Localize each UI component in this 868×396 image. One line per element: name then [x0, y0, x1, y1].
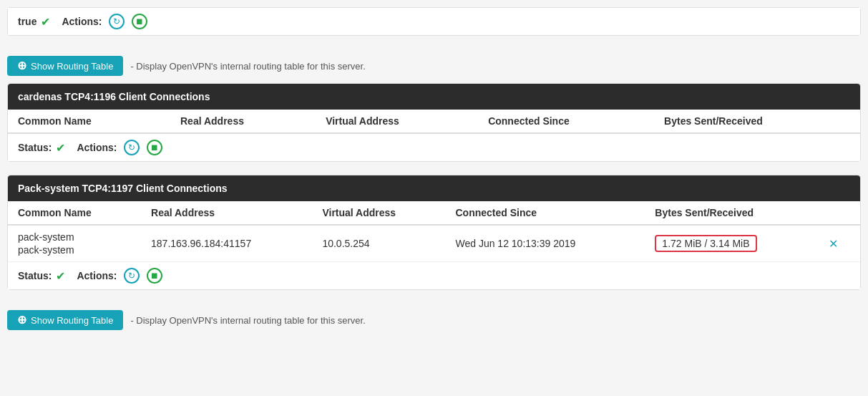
cardenas-table: Common Name Real Address Virtual Address… [8, 110, 860, 134]
pack-system-stop-button[interactable]: ⏹ [147, 268, 162, 284]
top-show-routing-button[interactable]: ⊕ Show Routing Table [7, 56, 123, 76]
top-actions-label: Actions: [62, 16, 102, 27]
top-routing-plus-icon: ⊕ [17, 60, 26, 72]
pack-system-delete-button[interactable]: ✕ [829, 237, 838, 251]
cardenas-status-label: Status: [18, 142, 52, 153]
pack-system-col-common-name: Common Name [8, 201, 141, 225]
cardenas-status-row: Status: ✔ Actions: ↻ ⏹ [8, 134, 860, 161]
pack-system-card-header: Pack-system TCP4:1197 Client Connections [8, 175, 860, 201]
bottom-show-routing-button[interactable]: ⊕ Show Routing Table [7, 310, 123, 330]
top-status-card: true ✔ Actions: ↻ ⏹ [7, 7, 861, 36]
cardenas-header-title: cardenas TCP4:1196 Client Connections [18, 91, 210, 102]
cardenas-actions-label: Actions: [77, 142, 117, 153]
pack-system-table: Common Name Real Address Virtual Address… [8, 201, 860, 262]
pack-system-header-title: Pack-system TCP4:1197 Client Connections [18, 183, 228, 194]
top-status-label: true [18, 16, 36, 27]
pack-system-col-real-address: Real Address [141, 201, 312, 225]
bottom-routing-plus-icon: ⊕ [17, 314, 26, 326]
pack-system-actions-label: Actions: [77, 270, 117, 281]
pack-system-status-label: Status: [18, 270, 52, 281]
pack-system-col-action [819, 201, 860, 225]
pack-system-col-connected-since: Connected Since [445, 201, 645, 225]
bottom-routing-button-label: Show Routing Table [31, 315, 113, 326]
bottom-routing-description: - Display OpenVPN's internal routing tab… [130, 315, 365, 326]
top-stop-button[interactable]: ⏹ [132, 14, 147, 29]
cardenas-col-bytes: Bytes Sent/Received [654, 110, 860, 133]
pack-system-row-common-name: pack-system pack-system [8, 225, 141, 262]
pack-system-row-delete: ✕ [819, 225, 860, 262]
cardenas-col-common-name: Common Name [8, 110, 170, 133]
bottom-routing-row: ⊕ Show Routing Table - Display OpenVPN's… [7, 303, 861, 337]
cardenas-stop-button[interactable]: ⏹ [147, 140, 162, 155]
cardenas-refresh-button[interactable]: ↻ [124, 140, 140, 155]
pack-system-row-virtual-address: 10.0.5.254 [312, 225, 445, 262]
cardenas-status-check-icon: ✔ [56, 141, 65, 155]
top-refresh-button[interactable]: ↻ [109, 14, 125, 29]
top-routing-row: ⊕ Show Routing Table - Display OpenVPN's… [7, 49, 861, 83]
pack-system-card: Pack-system TCP4:1197 Client Connections… [7, 175, 861, 290]
cardenas-card: cardenas TCP4:1196 Client Connections Co… [7, 83, 861, 162]
pack-system-table-header-row: Common Name Real Address Virtual Address… [8, 201, 860, 225]
cardenas-col-real-address: Real Address [170, 110, 316, 133]
pack-system-row-bytes: 1.72 MiB / 3.14 MiB [645, 225, 818, 262]
pack-system-row-real-address: 187.163.96.184:41157 [141, 225, 312, 262]
pack-system-row-connected-since: Wed Jun 12 10:13:39 2019 [445, 225, 645, 262]
pack-system-col-bytes: Bytes Sent/Received [645, 201, 818, 225]
cardenas-col-connected-since: Connected Since [478, 110, 654, 133]
cardenas-table-wrapper: Common Name Real Address Virtual Address… [8, 110, 860, 134]
pack-system-status-check-icon: ✔ [56, 269, 65, 283]
cardenas-col-virtual-address: Virtual Address [316, 110, 478, 133]
table-row: pack-system pack-system 187.163.96.184:4… [8, 225, 860, 262]
cardenas-card-header: cardenas TCP4:1196 Client Connections [8, 84, 860, 110]
bytes-highlight-value: 1.72 MiB / 3.14 MiB [655, 235, 756, 252]
pack-system-status-row: Status: ✔ Actions: ↻ ⏹ [8, 262, 860, 289]
top-routing-button-label: Show Routing Table [31, 61, 113, 72]
pack-system-col-virtual-address: Virtual Address [312, 201, 445, 225]
pack-system-table-wrapper: Common Name Real Address Virtual Address… [8, 201, 860, 262]
top-status-row: true ✔ Actions: ↻ ⏹ [8, 8, 860, 35]
pack-system-refresh-button[interactable]: ↻ [124, 268, 140, 284]
top-status-check-icon: ✔ [41, 15, 50, 29]
cardenas-table-header-row: Common Name Real Address Virtual Address… [8, 110, 860, 133]
top-routing-description: - Display OpenVPN's internal routing tab… [130, 61, 365, 72]
